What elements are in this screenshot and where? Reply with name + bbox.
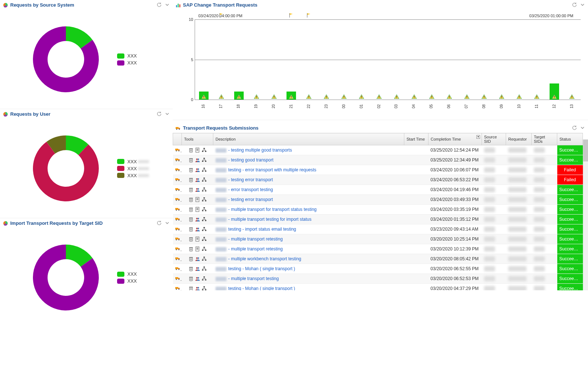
chevron-down-icon[interactable] [580,125,585,130]
users-icon[interactable] [195,276,200,281]
table-row[interactable]: - error transport testing03/24/2020 04:1… [173,185,583,195]
column-header-tools[interactable]: Tools [182,133,213,145]
table-row[interactable]: - multiple transport for transport statu… [173,205,583,215]
delete-icon[interactable] [188,187,194,192]
truck-icon[interactable] [175,177,180,182]
refresh-icon[interactable] [572,2,577,7]
truck-icon[interactable] [175,216,180,221]
hierarchy-icon[interactable] [202,237,207,242]
legend-item[interactable]: XXX xxxxx [117,159,149,164]
hierarchy-icon[interactable] [202,256,207,261]
users-icon[interactable] [195,227,200,232]
table-row[interactable]: - multiple workbench transport testing03… [173,254,583,264]
column-header-flag[interactable] [173,133,182,145]
delete-icon[interactable] [188,227,194,232]
description-link[interactable]: testing - error transport with multiple … [216,167,317,172]
truck-icon[interactable] [175,236,180,241]
description-link[interactable]: - multiple transport testing for import … [216,217,312,222]
legend-item[interactable]: XXX [117,278,137,284]
hierarchy-icon[interactable] [202,217,207,222]
delete-icon[interactable] [188,217,194,222]
delete-icon[interactable] [188,246,194,252]
hierarchy-icon[interactable] [202,266,207,271]
hierarchy-icon[interactable] [202,197,207,202]
column-header-target-sids[interactable]: Target SIDs [532,133,557,145]
column-header-requestor[interactable]: Requestor [506,133,532,145]
delete-icon[interactable] [188,207,194,212]
description-link[interactable]: testing - import status email testing [216,227,296,232]
users-icon[interactable] [195,217,200,222]
vertical-scrollbar[interactable] [583,139,588,290]
table-row[interactable]: - testing error transport03/24/2020 06:5… [173,175,583,185]
legend-item[interactable]: XXX xxxxx [117,166,149,171]
delete-icon[interactable] [188,148,194,153]
truck-icon[interactable] [175,226,180,231]
column-header-completion-time[interactable]: Completion Time▾ [428,133,482,145]
users-icon[interactable] [195,266,200,271]
table-row[interactable]: - multiple transport retesting03/20/2020… [173,244,583,254]
delete-icon[interactable] [188,167,194,172]
truck-icon[interactable] [175,256,180,261]
hierarchy-icon[interactable] [202,177,207,182]
description-link[interactable]: - multiple workbench transport testing [216,256,302,261]
legend-item[interactable]: XXX [117,53,137,59]
description-link[interactable]: - multiple transport retesting [216,237,283,242]
table-row[interactable]: - multiple transport retesting03/20/2020… [173,234,583,244]
refresh-icon[interactable] [572,125,577,130]
users-icon[interactable] [195,167,200,172]
description-link[interactable]: - testing multiple good transports [216,148,292,153]
description-link[interactable]: testing - Mohan ( single transport ) [216,286,295,290]
column-header-status[interactable]: Status [557,133,583,145]
document-icon[interactable] [195,237,200,242]
document-icon[interactable] [195,148,200,153]
truck-icon[interactable] [175,197,180,202]
chevron-down-icon[interactable] [165,111,170,116]
table-row[interactable]: - multiple transport testing for import … [173,215,583,224]
truck-icon[interactable] [175,157,180,162]
users-icon[interactable] [195,177,200,182]
hierarchy-icon[interactable] [202,227,207,232]
table-row[interactable]: testing - Mohan ( single transport )03/2… [173,284,583,291]
chevron-down-icon[interactable] [580,2,585,7]
delete-icon[interactable] [188,197,194,202]
table-row[interactable]: - testing multiple good transports03/25/… [173,145,583,155]
legend-item[interactable]: XXX [117,271,137,277]
delete-icon[interactable] [188,266,194,271]
truck-icon[interactable] [175,187,180,192]
chevron-down-icon[interactable] [165,2,170,7]
hierarchy-icon[interactable] [202,148,207,153]
hierarchy-icon[interactable] [202,246,207,252]
users-icon[interactable] [195,157,200,163]
refresh-icon[interactable] [157,220,162,226]
refresh-icon[interactable] [157,2,162,7]
column-header-description[interactable]: Description [213,133,404,145]
description-link[interactable]: - testing error transport [216,197,273,202]
column-header-start-time[interactable]: Start Time [404,133,428,145]
table-row[interactable]: - testing error transport03/24/2020 03:4… [173,195,583,205]
document-icon[interactable] [195,197,200,202]
table-row[interactable]: - multiple transport testing03/20/2020 0… [173,274,583,284]
truck-icon[interactable] [175,167,180,172]
hierarchy-icon[interactable] [202,276,207,281]
document-icon[interactable] [195,246,200,252]
delete-icon[interactable] [188,157,194,163]
truck-icon[interactable] [175,286,180,291]
users-icon[interactable] [195,256,200,261]
users-icon[interactable] [195,286,200,290]
scroll-thumb[interactable] [583,139,588,161]
table-row[interactable]: testing - error transport with multiple … [173,165,583,175]
hierarchy-icon[interactable] [202,157,207,163]
hierarchy-icon[interactable] [202,167,207,172]
delete-icon[interactable] [188,286,194,290]
document-icon[interactable] [195,207,200,212]
table-row[interactable]: - testing good transport03/25/2020 12:34… [173,155,583,165]
delete-icon[interactable] [188,256,194,261]
delete-icon[interactable] [188,177,194,182]
legend-item[interactable]: XXX xxxxx [117,173,149,178]
chevron-down-icon[interactable] [165,220,170,226]
delete-icon[interactable] [188,276,194,281]
truck-icon[interactable] [175,276,180,281]
refresh-icon[interactable] [157,111,162,116]
hierarchy-icon[interactable] [202,207,207,212]
hierarchy-icon[interactable] [202,286,207,290]
